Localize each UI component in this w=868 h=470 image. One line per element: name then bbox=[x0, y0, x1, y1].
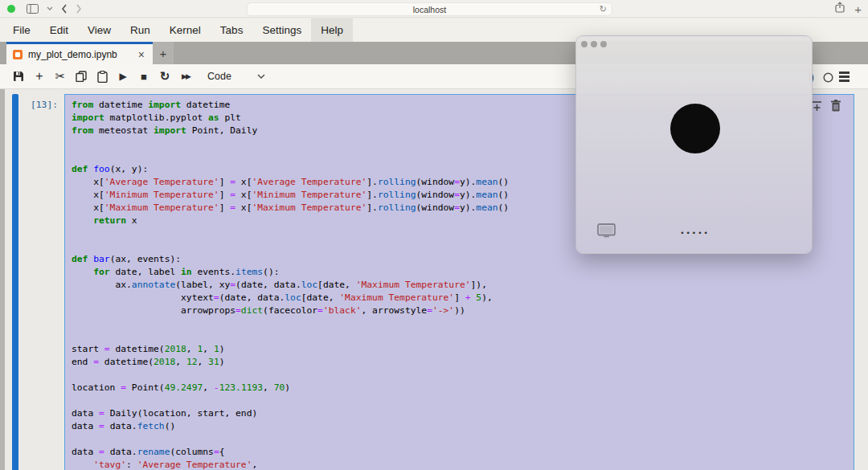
cut-cells-button[interactable]: ✂ bbox=[50, 67, 71, 86]
code-token: x[ bbox=[235, 202, 252, 213]
code-token: loc bbox=[285, 292, 301, 303]
address-bar[interactable]: localhost ↻ bbox=[247, 2, 612, 16]
cell-type-dropdown[interactable]: Code bbox=[207, 71, 265, 82]
overlay-window-controls bbox=[581, 41, 607, 47]
code-token: () bbox=[165, 421, 176, 431]
restart-icon: ↻ bbox=[160, 69, 170, 84]
code-token: ]. bbox=[366, 177, 378, 187]
restart-kernel-button[interactable]: ↻ bbox=[154, 67, 175, 86]
add-cell-button[interactable]: + bbox=[29, 67, 50, 86]
menu-item-kernel[interactable]: Kernel bbox=[160, 18, 211, 42]
code-token: = bbox=[214, 292, 219, 303]
menu-hamburger-icon[interactable] bbox=[839, 72, 850, 82]
window-control-dot[interactable] bbox=[7, 5, 15, 13]
code-token: 2018 bbox=[165, 344, 186, 354]
restart-run-all-button[interactable]: ▶▶ bbox=[175, 67, 196, 86]
menu-item-file[interactable]: File bbox=[3, 18, 40, 42]
code-token: ]. bbox=[366, 190, 378, 200]
code-token: ax. bbox=[72, 280, 132, 290]
tab-title: my_plot_demo.ipynb bbox=[28, 49, 131, 60]
code-token: x[ bbox=[72, 202, 104, 213]
code-token: 49.2497 bbox=[165, 382, 203, 393]
code-token: + bbox=[465, 292, 471, 303]
code-token: ] bbox=[454, 292, 465, 303]
code-line: 'tavg': 'Average Temperature', bbox=[72, 459, 847, 470]
url-text: localhost bbox=[413, 5, 446, 14]
code-token: data. bbox=[104, 447, 137, 457]
code-token: meteostat bbox=[93, 125, 154, 136]
code-token: dict bbox=[241, 305, 263, 316]
menu-item-edit[interactable]: Edit bbox=[40, 18, 78, 42]
code-token: x bbox=[126, 215, 137, 226]
kernel-status-icon[interactable] bbox=[823, 72, 833, 86]
new-tab-button[interactable]: + bbox=[153, 42, 174, 64]
paste-cells-button[interactable] bbox=[92, 67, 113, 86]
code-token bbox=[72, 267, 93, 277]
forward-icon[interactable] bbox=[76, 4, 82, 14]
interrupt-kernel-button[interactable]: ■ bbox=[133, 67, 154, 86]
reload-icon[interactable]: ↻ bbox=[600, 4, 607, 14]
notebook-file-icon bbox=[13, 50, 23, 59]
code-token: bar bbox=[93, 254, 109, 264]
code-token: ]. bbox=[366, 202, 378, 213]
code-token: rename bbox=[137, 447, 170, 457]
share-icon[interactable] bbox=[835, 2, 845, 16]
overlay-traffic-dot[interactable] bbox=[600, 41, 607, 47]
code-token: ) bbox=[219, 357, 225, 367]
code-token: , bbox=[203, 344, 214, 354]
back-icon[interactable] bbox=[61, 4, 68, 14]
code-line: data = data.rename(columns={ bbox=[72, 446, 847, 459]
delete-cell-icon[interactable] bbox=[831, 100, 841, 115]
code-token: import bbox=[154, 125, 186, 136]
code-token: (columns bbox=[170, 447, 213, 457]
chevron-down-icon[interactable] bbox=[47, 6, 53, 10]
tab-notebook[interactable]: my_plot_demo.ipynb × bbox=[6, 42, 153, 64]
copy-cells-button[interactable] bbox=[71, 67, 92, 86]
new-window-icon[interactable]: + bbox=[854, 2, 862, 16]
code-token: = bbox=[235, 305, 241, 316]
save-button[interactable] bbox=[8, 67, 29, 86]
overlay-traffic-dot[interactable] bbox=[591, 41, 597, 47]
execution-prompt: [13]: bbox=[0, 100, 58, 110]
code-line: data = data.fetch() bbox=[72, 420, 847, 433]
code-line: def bar(ax, events): bbox=[72, 253, 847, 266]
overlay-traffic-dot[interactable] bbox=[581, 41, 588, 47]
code-token bbox=[72, 215, 93, 226]
code-token: y). bbox=[460, 177, 476, 187]
caret-down-icon bbox=[257, 74, 265, 79]
menu-item-run[interactable]: Run bbox=[121, 18, 160, 42]
overlay-window[interactable]: ••••• bbox=[575, 35, 813, 254]
insert-cell-below-icon[interactable] bbox=[812, 100, 822, 115]
code-token: , bbox=[203, 382, 214, 393]
code-token: { bbox=[219, 447, 225, 457]
stop-icon: ■ bbox=[141, 71, 147, 83]
code-token: location bbox=[72, 382, 121, 393]
code-line bbox=[72, 369, 847, 382]
code-token: from bbox=[72, 100, 93, 110]
code-token: ) bbox=[219, 344, 225, 354]
code-token: loc bbox=[301, 280, 317, 290]
run-icon: ▶ bbox=[119, 71, 126, 82]
cell-collapser[interactable] bbox=[12, 94, 18, 470]
code-token: (window bbox=[416, 177, 455, 187]
code-token: )) bbox=[454, 305, 465, 316]
code-token: import bbox=[72, 112, 104, 123]
menu-item-settings[interactable]: Settings bbox=[252, 18, 311, 42]
menu-item-tabs[interactable]: Tabs bbox=[211, 18, 253, 42]
sidebar-icon[interactable] bbox=[27, 4, 39, 14]
code-line: location = Point(49.2497, -123.1193, 70) bbox=[72, 382, 847, 394]
code-token: items bbox=[235, 267, 263, 277]
code-token: data. bbox=[104, 421, 137, 431]
code-line: xytext=(date, data.loc[date, 'Maximum Te… bbox=[72, 292, 847, 304]
code-token: 'Average Temperature' bbox=[104, 177, 219, 187]
code-token: (date, data. bbox=[235, 280, 301, 290]
close-tab-icon[interactable]: × bbox=[137, 48, 146, 61]
overlay-dots-indicator[interactable]: ••••• bbox=[576, 229, 813, 237]
code-token: data bbox=[72, 421, 99, 431]
menu-item-help[interactable]: Help bbox=[311, 18, 353, 42]
run-cell-button[interactable]: ▶ bbox=[113, 67, 133, 86]
menu-item-view[interactable]: View bbox=[78, 18, 121, 42]
fast-forward-icon: ▶▶ bbox=[182, 72, 190, 80]
code-token: = bbox=[454, 202, 460, 213]
code-token: = bbox=[121, 382, 126, 393]
